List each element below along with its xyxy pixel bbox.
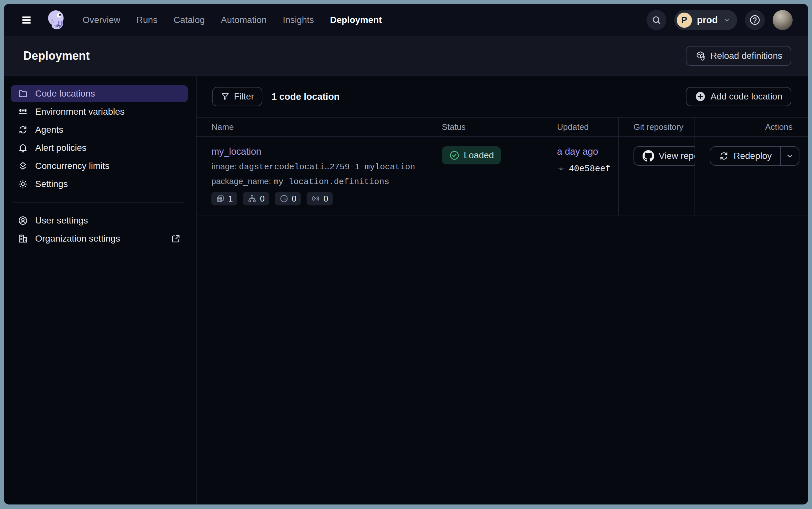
add-code-location-label: Add code location	[710, 92, 782, 102]
toolbar: Filter 1 code location Add code location	[196, 76, 808, 106]
reload-definitions-icon	[695, 50, 706, 61]
dagster-logo-icon[interactable]	[44, 8, 68, 32]
commit-row[interactable]: 40e58eef	[557, 163, 611, 174]
sidebar-item-label: Environment variables	[35, 107, 124, 117]
folder-icon	[18, 89, 28, 99]
redeploy-icon	[719, 151, 729, 161]
nav-item-insights[interactable]: Insights	[283, 15, 314, 25]
sidebar-item-environment-variables[interactable]: Environment variables	[11, 103, 188, 120]
redeploy-more-button[interactable]	[780, 147, 799, 165]
code-location-count: 1 code location	[271, 92, 339, 102]
chevron-down-icon	[723, 16, 731, 24]
env-variables-icon	[18, 107, 28, 117]
page-header: Deployment Reload definitions	[4, 36, 808, 76]
package-value: my_location.definitions	[273, 177, 389, 187]
content: Code locations Environment variables Age…	[4, 76, 808, 505]
schedules-count: 0	[292, 194, 296, 204]
sidebar-item-concurrency-limits[interactable]: Concurrency limits	[11, 158, 188, 174]
view-repo-button[interactable]: View repo	[633, 146, 695, 166]
code-location-link[interactable]: my_location	[211, 146, 261, 157]
hamburger-menu-button[interactable]	[20, 13, 34, 27]
sidebar: Code locations Environment variables Age…	[4, 76, 196, 505]
page-title: Deployment	[23, 49, 90, 63]
search-button[interactable]	[647, 10, 666, 30]
main-nav: Overview Runs Catalog Automation Insight…	[83, 15, 382, 25]
sidebar-item-agents[interactable]: Agents	[11, 122, 188, 138]
table-row: my_location image: dagstercodelocati…275…	[196, 137, 808, 215]
redeploy-label: Redeploy	[734, 151, 772, 161]
filter-button[interactable]: Filter	[212, 87, 262, 106]
commit-hash: 40e58eef	[569, 164, 611, 174]
top-nav: Overview Runs Catalog Automation Insight…	[4, 4, 808, 36]
external-link-icon	[171, 234, 181, 243]
nav-item-automation[interactable]: Automation	[221, 15, 267, 25]
code-locations-table: Name Status Updated Git repository Actio…	[196, 117, 808, 215]
sidebar-item-settings[interactable]: Settings	[11, 176, 188, 193]
cell-actions: Redeploy	[695, 137, 808, 215]
help-icon	[749, 14, 761, 26]
image-line: image: dagstercodelocati…2759-1-mylocati…	[211, 162, 419, 172]
plus-circle-icon	[695, 91, 706, 102]
sidebar-item-label: Agents	[35, 125, 63, 135]
agents-icon	[18, 125, 28, 135]
sidebar-item-label: Code locations	[35, 89, 95, 99]
image-label: image:	[211, 162, 236, 171]
sidebar-item-alert-policies[interactable]: Alert policies	[11, 139, 188, 156]
cell-name: my_location image: dagstercodelocati…275…	[196, 137, 427, 215]
help-button[interactable]	[745, 10, 765, 30]
sidebar-divider	[13, 202, 185, 203]
search-icon	[651, 15, 662, 25]
image-value: dagstercodelocati…2759-1-mylocation	[239, 162, 415, 172]
github-icon	[642, 150, 654, 162]
schedules-count-badge[interactable]: 0	[275, 192, 301, 205]
user-avatar[interactable]	[773, 10, 792, 30]
cell-status: Loaded	[427, 137, 542, 215]
deployment-initial-badge: P	[677, 12, 692, 28]
filter-label: Filter	[234, 92, 254, 102]
sidebar-item-user-settings[interactable]: User settings	[11, 212, 188, 229]
column-header-status: Status	[427, 117, 542, 136]
redeploy-button[interactable]: Redeploy	[710, 147, 780, 165]
sidebar-item-label: User settings	[35, 215, 88, 226]
reload-definitions-button[interactable]: Reload definitions	[686, 46, 791, 66]
jobs-count: 0	[260, 194, 264, 204]
sidebar-item-label: Concurrency limits	[35, 161, 109, 171]
column-header-name: Name	[196, 117, 427, 136]
package-label: package_name:	[211, 176, 271, 186]
building-icon	[18, 234, 28, 244]
add-code-location-button[interactable]: Add code location	[686, 87, 791, 106]
hamburger-icon	[20, 14, 33, 26]
filter-icon	[220, 92, 230, 101]
sidebar-item-label: Organization settings	[35, 234, 120, 244]
redeploy-split-button: Redeploy	[710, 146, 800, 166]
layers-icon	[18, 161, 28, 171]
reload-definitions-label: Reload definitions	[710, 51, 782, 61]
sensors-count: 0	[323, 194, 328, 204]
deployment-name: prod	[697, 15, 718, 26]
sidebar-item-organization-settings[interactable]: Organization settings	[11, 230, 188, 247]
screenshot-frame: Overview Runs Catalog Automation Insight…	[0, 0, 812, 509]
sensor-icon	[311, 194, 320, 203]
sidebar-item-label: Alert policies	[35, 143, 86, 153]
deployment-switcher[interactable]: P prod	[674, 10, 737, 30]
nav-item-catalog[interactable]: Catalog	[174, 15, 205, 25]
status-label: Loaded	[464, 150, 494, 161]
updated-time-link[interactable]: a day ago	[557, 146, 598, 157]
sidebar-item-code-locations[interactable]: Code locations	[11, 85, 188, 102]
package-line: package_name: my_location.definitions	[211, 176, 419, 187]
assets-count-badge[interactable]: 1	[211, 192, 237, 205]
app-window: Overview Runs Catalog Automation Insight…	[4, 4, 808, 505]
assets-count: 1	[228, 194, 233, 204]
nav-item-deployment[interactable]: Deployment	[330, 15, 382, 25]
status-badge: Loaded	[442, 146, 501, 164]
sensors-count-badge[interactable]: 0	[306, 192, 332, 205]
nav-item-runs[interactable]: Runs	[137, 15, 157, 25]
main-panel: Filter 1 code location Add code location…	[196, 76, 808, 505]
view-repo-label: View repo	[659, 151, 695, 161]
cell-git-repository: View repo	[618, 137, 695, 215]
jobs-count-badge[interactable]: 0	[243, 192, 269, 205]
column-header-updated: Updated	[542, 117, 618, 136]
nav-item-overview[interactable]: Overview	[83, 15, 120, 25]
top-nav-right: P prod	[647, 10, 792, 30]
column-header-actions: Actions	[695, 117, 808, 136]
